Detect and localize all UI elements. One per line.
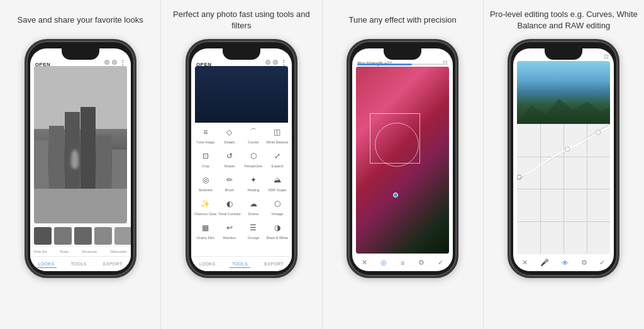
nav-tools-2[interactable]: TOOLS (230, 260, 250, 268)
crop-label: Crop (202, 164, 209, 168)
nav-looks-2[interactable]: LOOKS (197, 260, 218, 267)
tool-selective[interactable]: ◎ Selective (194, 173, 218, 192)
drama-label: Drama (248, 212, 259, 216)
building (112, 150, 127, 192)
thumb-1[interactable] (34, 227, 52, 245)
ground (34, 189, 127, 223)
caption-4: Pro-level editing tools e.g. Curves, Whi… (487, 6, 640, 34)
tonal-contrast-label: Tonal Contrast (218, 212, 240, 216)
phone-2: OPEN ⋮ ≡ Tune Image (186, 39, 297, 278)
filter-icon-4[interactable]: ⚙ (581, 259, 587, 267)
grunge-icon: ☰ (247, 221, 260, 235)
hdr-scape-icon: ⛰ (270, 173, 284, 187)
hdr-scape-label: HDR Scape (268, 188, 286, 192)
tool-hdr-scape[interactable]: ⛰ HDR Scape (265, 173, 289, 192)
photo-dark (195, 66, 288, 123)
selective-label: Selective (199, 188, 213, 192)
tools-row-3: ◎ Selective ✏ Brush ✦ Healing ⛰ (194, 173, 289, 192)
tool-tune-image[interactable]: ≡ Tune Image (194, 125, 218, 144)
healing-label: Healing (248, 188, 260, 192)
retrolux-label: Retrolux (223, 236, 236, 240)
confirm-icon-4[interactable]: ✓ (599, 259, 605, 267)
screen-4: ⊡ (513, 48, 614, 271)
crop-icon: ⊡ (199, 149, 213, 163)
filter-fine-art: Fine Art (34, 250, 47, 254)
tool-glamour-glow[interactable]: ✨ Glamour Glow (194, 197, 218, 216)
black-white-label: Black & White (267, 236, 288, 240)
notch-2 (223, 48, 260, 60)
tools-row-2: ⊡ Crop ↺ Rotate ⬡ Perspective ⤢ (194, 149, 289, 168)
tool-black-white[interactable]: ◑ Black & White (265, 221, 289, 240)
curves-area (517, 124, 610, 254)
white-balance-label: White Balance (266, 140, 288, 144)
tool-grunge[interactable]: ☰ Grunge (242, 221, 265, 240)
panel-looks: Save and share your favorite looks OPEN … (0, 0, 161, 329)
edit-icons-3: ✕ ◎ ≡ ⚙ ✓ (352, 254, 453, 271)
city-scene (34, 66, 127, 223)
nav-export-2[interactable]: EXPORT (262, 260, 286, 267)
phone-4: ⊡ (508, 39, 619, 278)
tool-tonal-contrast[interactable]: ◐ Tonal Contrast (218, 197, 242, 216)
adjust-icon-3[interactable]: ≡ (401, 259, 404, 267)
glamour-glow-label: Glamour Glow (194, 212, 216, 216)
caption-2: Perfect any photo fast using tools and f… (165, 6, 318, 34)
nav-export-1[interactable]: EXPORT (101, 260, 125, 267)
thumb-4[interactable] (94, 227, 112, 245)
filter-structure: Structure (82, 250, 97, 254)
cancel-icon-4[interactable]: ✕ (522, 259, 528, 267)
selective-tool-icon[interactable]: ◎ (380, 259, 387, 267)
thumb-5[interactable] (114, 227, 131, 245)
header-icons: ⋮ (104, 59, 126, 66)
tool-healing[interactable]: ✦ Healing (242, 173, 265, 192)
healing-icon: ✦ (247, 173, 260, 187)
cancel-icon-3[interactable]: ✕ (362, 259, 367, 267)
tool-vintage[interactable]: ⬡ Vintage (265, 197, 289, 216)
icon-dot-3 (265, 60, 270, 65)
tool-curves[interactable]: ⌒ Curves (242, 125, 265, 144)
tools-row-1: ≡ Tune Image ◇ Details ⌒ Curves ◫ (194, 125, 289, 144)
drama-icon: ☁ (247, 197, 260, 211)
thumb-strip: + (30, 223, 131, 247)
more-icon: ⋮ (119, 59, 126, 66)
thumb-2[interactable] (54, 227, 72, 245)
tool-brush[interactable]: ✏ Brush (218, 173, 242, 192)
tool-perspective[interactable]: ⬡ Perspective (242, 149, 265, 168)
tool-details[interactable]: ◇ Details (218, 125, 242, 144)
mic-icon-4[interactable]: 🎤 (540, 259, 549, 267)
eye-icon-4[interactable]: 👁 (562, 259, 569, 267)
buildings (34, 98, 127, 192)
nav-looks-1[interactable]: LOOKS (36, 260, 57, 268)
panel-curves: Pro-level editing tools e.g. Curves, Whi… (484, 0, 644, 329)
smoke (71, 150, 79, 169)
vintage-icon: ⬡ (270, 197, 284, 211)
building (49, 126, 64, 192)
main-photo-1 (34, 66, 127, 223)
tool-retrolux[interactable]: ↩ Retrolux (218, 221, 242, 240)
icon-dot-2 (112, 60, 117, 65)
edit-icons-4: ✕ 🎤 👁 ⚙ ✓ (513, 254, 614, 271)
tool-drama[interactable]: ☁ Drama (242, 197, 265, 216)
thumb-3[interactable] (74, 227, 92, 245)
tool-white-balance[interactable]: ◫ White Balance (265, 125, 289, 144)
more-icon-2: ⋮ (280, 59, 287, 66)
tool-grainy-film[interactable]: ▦ Grainy Film (194, 221, 218, 240)
panel-blur: Tune any effect with precision Blur Stre… (323, 0, 484, 329)
mountain-silhouette (517, 92, 610, 124)
tool-crop[interactable]: ⊡ Crop (194, 149, 218, 168)
tools-row-4: ✨ Glamour Glow ◐ Tonal Contrast ☁ Drama (194, 197, 289, 216)
tools-row-5: ▦ Grainy Film ↩ Retrolux ☰ Grunge ◑ (194, 221, 289, 240)
filter-push: Push (60, 250, 69, 254)
building (80, 107, 96, 192)
glamour-glow-icon: ✨ (199, 197, 213, 211)
nav-tools-1[interactable]: TOOLS (69, 260, 89, 267)
tool-expand[interactable]: ⤢ Expand (265, 149, 289, 168)
screen-1: OPEN ⋮ (30, 48, 131, 271)
tool-rotate[interactable]: ↺ Rotate (218, 149, 242, 168)
screen-3: Blur Strength +27 ⊡ ✕ (352, 48, 453, 271)
phone-3: Blur Strength +27 ⊡ ✕ (347, 39, 458, 278)
filter-icon-3[interactable]: ⚙ (418, 259, 425, 267)
tonal-contrast-icon: ◐ (223, 197, 236, 211)
screen-2: OPEN ⋮ ≡ Tune Image (191, 48, 292, 271)
blur-slider[interactable] (357, 64, 448, 65)
confirm-icon-3[interactable]: ✓ (438, 259, 443, 267)
